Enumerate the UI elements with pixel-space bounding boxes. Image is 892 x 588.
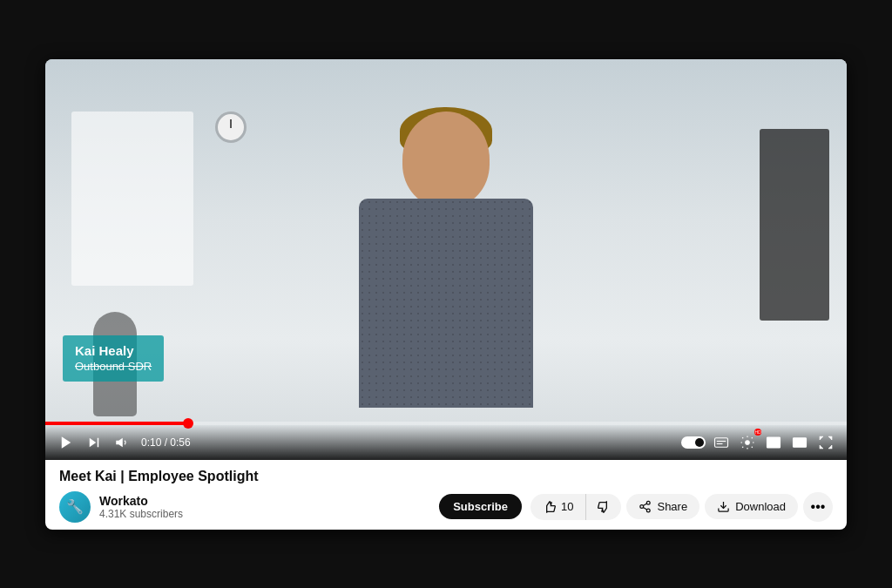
svg-point-7 [746,440,750,444]
like-button[interactable]: 10 [530,494,586,520]
svg-rect-2 [98,437,99,447]
svg-point-12 [647,501,651,504]
more-options-icon: ••• [811,499,826,515]
youtube-player: Kai Healy Outbound SDR [45,59,847,530]
time-display: 0:10 / 0:56 [141,436,191,449]
video-background: Kai Healy Outbound SDR [45,59,847,460]
bg-monitor [760,129,829,321]
play-button[interactable] [56,432,77,453]
dislike-button[interactable] [586,494,621,520]
channel-avatar[interactable]: 🔧 [59,491,91,523]
like-dislike-group: 10 [530,494,621,520]
clock-decoration [215,112,247,143]
volume-button[interactable] [112,432,132,453]
lower-third-title: Outbound SDR [75,360,152,375]
channel-info: Workato 4.31K subscribers [99,494,430,520]
share-button[interactable]: Share [626,494,699,519]
channel-subscribers: 4.31K subscribers [99,508,430,520]
right-controls: HD [681,432,836,453]
toggle-thumb [695,438,704,447]
svg-point-13 [640,505,644,509]
svg-line-16 [644,504,647,505]
action-buttons: 10 Share Download [530,492,833,522]
controls-bar: 0:10 / 0:56 [45,425,847,460]
svg-rect-9 [773,442,779,446]
lower-third-name: Kai Healy [75,342,152,360]
miniplayer-button[interactable] [763,432,784,453]
bg-panel-left [71,112,193,286]
subscribe-button[interactable]: Subscribe [439,494,522,519]
fullscreen-button[interactable] [815,432,836,453]
svg-marker-3 [116,437,123,447]
channel-avatar-letter: 🔧 [66,498,84,515]
hd-badge: HD [754,429,761,436]
info-bar: Meet Kai | Employee Spotlight 🔧 Workato … [45,460,847,530]
download-button[interactable]: Download [705,494,798,519]
theater-button[interactable] [789,432,810,453]
svg-point-14 [647,509,651,512]
channel-name: Workato [99,494,430,508]
subtitles-button[interactable] [711,432,732,453]
svg-rect-4 [715,437,728,447]
settings-button[interactable]: HD [737,432,758,453]
share-label: Share [657,500,687,513]
svg-marker-1 [90,437,97,447]
autoplay-toggle[interactable] [681,436,706,449]
person-figure [333,112,559,408]
svg-marker-0 [62,436,71,449]
svg-line-15 [644,507,647,509]
more-options-button[interactable]: ••• [803,492,833,522]
person-head [402,112,490,207]
toggle-track [681,436,706,449]
video-title: Meet Kai | Employee Spotlight [59,469,833,484]
video-container[interactable]: Kai Healy Outbound SDR [45,59,847,460]
like-count: 10 [561,500,573,513]
next-button[interactable] [84,432,105,453]
download-label: Download [735,500,786,513]
channel-row: 🔧 Workato 4.31K subscribers Subscribe 10 [59,491,833,523]
lower-third-overlay: Kai Healy Outbound SDR [63,335,164,381]
person-body [359,199,533,408]
